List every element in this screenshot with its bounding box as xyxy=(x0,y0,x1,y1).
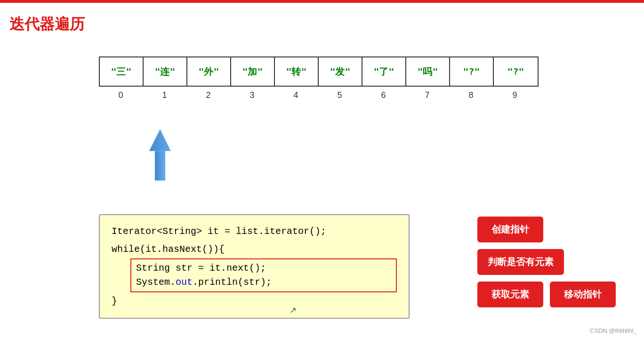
code-box: Iterator<String> it = list.iterator(); w… xyxy=(99,214,410,319)
mouse-cursor: ↗ xyxy=(290,305,295,314)
move-pointer-button[interactable]: 移动指针 xyxy=(550,282,616,307)
array-cell-1: "连" xyxy=(144,57,187,86)
buttons-panel: 创建指针 判断是否有元素 获取元素 移动指针 xyxy=(477,217,616,307)
array-index-7: 7 xyxy=(405,90,449,100)
array-cell-9: "?" xyxy=(494,57,538,86)
array-index-8: 8 xyxy=(449,90,493,100)
iterator-arrow xyxy=(146,127,174,185)
arrow-up-icon xyxy=(146,127,174,184)
array-index-9: 9 xyxy=(493,90,537,100)
check-has-element-button[interactable]: 判断是否有元素 xyxy=(477,249,564,275)
get-element-button[interactable]: 获取元素 xyxy=(477,282,543,307)
code-line-5: } xyxy=(112,294,397,308)
top-bar xyxy=(0,0,644,3)
array-index-3: 3 xyxy=(230,90,274,100)
svg-rect-1 xyxy=(155,151,165,181)
array-cell-4: "转" xyxy=(275,57,319,86)
create-pointer-button[interactable]: 创建指针 xyxy=(477,217,543,242)
array-cells: "三" "连" "外" "加" "转" "发" "了" "吗" "?" "?" xyxy=(99,56,539,87)
code-line-3: String str = it.next(); xyxy=(136,261,391,275)
code-line-4: System.out.println(str); xyxy=(136,275,391,290)
code-line-2: while(it.hasNext()){ xyxy=(112,242,397,257)
array-index-6: 6 xyxy=(362,90,405,100)
array-cell-5: "发" xyxy=(319,57,362,86)
button-row-2: 判断是否有元素 xyxy=(477,249,616,275)
array-index-2: 2 xyxy=(186,90,230,100)
array-cell-2: "外" xyxy=(187,57,231,86)
button-row-1: 创建指针 xyxy=(477,217,616,242)
svg-marker-0 xyxy=(149,129,171,151)
array-indices: 0 1 2 3 4 5 6 7 8 9 xyxy=(99,90,537,100)
array-visualization: "三" "连" "外" "加" "转" "发" "了" "吗" "?" "?" … xyxy=(99,56,539,100)
code-line-1: Iterator<String> it = list.iterator(); xyxy=(112,225,397,239)
watermark: CSDN @lhlihlihl_ xyxy=(590,327,637,334)
array-index-5: 5 xyxy=(318,90,362,100)
array-cell-7: "吗" xyxy=(406,57,450,86)
array-index-0: 0 xyxy=(99,90,143,100)
array-cell-0: "三" xyxy=(100,57,144,86)
array-index-4: 4 xyxy=(274,90,318,100)
array-cell-6: "了" xyxy=(362,57,406,86)
array-cell-8: "?" xyxy=(450,57,494,86)
array-index-1: 1 xyxy=(143,90,186,100)
page-title: 迭代器遍历 xyxy=(9,14,85,35)
code-inner-block: String str = it.next(); System.out.print… xyxy=(130,258,397,292)
array-cell-3: "加" xyxy=(231,57,275,86)
button-row-3: 获取元素 移动指针 xyxy=(477,282,616,307)
